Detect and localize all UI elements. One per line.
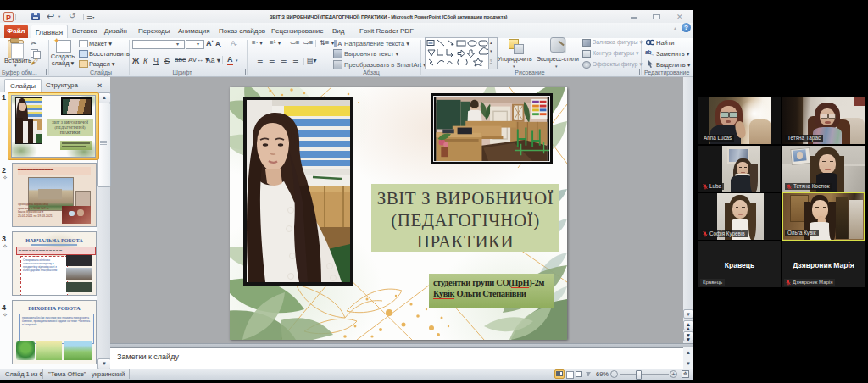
- svg-text:A: A: [338, 41, 342, 47]
